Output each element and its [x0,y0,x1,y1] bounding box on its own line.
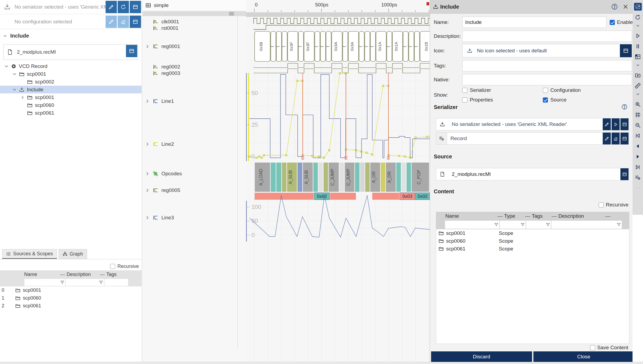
description-filter-input[interactable] [551,221,622,229]
include-section-header[interactable]: Include [3,33,29,39]
show-source-checkbox[interactable] [543,97,548,103]
signal-item-reg0003[interactable]: reg0003 [143,70,246,77]
signal-item-reg0001[interactable]: reg0001 [143,43,246,50]
signal-item-reg0005[interactable]: reg0005 [143,187,246,194]
serializer-row[interactable]: No serializer selected - uses 'Generic X… [436,118,629,130]
column-header[interactable]: Type [504,213,523,219]
help-icon[interactable] [611,3,618,10]
run-serializer-button[interactable] [612,118,620,130]
tab-sources-scopes[interactable]: Sources & Scopes [2,249,57,259]
waveform-panel[interactable]: 0500ps1000ps0x3B(((0x3F(0x3F(((0x3A(0x3A… [246,0,430,362]
grid-crop-button[interactable] [633,111,643,119]
grid-window-button[interactable] [633,53,643,61]
source-file-row[interactable]: 2_modplus.recMl [436,168,629,180]
skip-start-button[interactable] [633,132,643,140]
step-forward-button[interactable] [633,152,643,161]
skip-end-button[interactable] [633,163,643,171]
file-item[interactable]: 2_modplus.recMl [3,44,138,60]
zoom-in-button[interactable] [633,100,643,108]
signal-item-clk0001[interactable]: clk0001 [143,18,246,25]
open-source-window-button[interactable] [620,168,628,180]
chevron-down-icon[interactable] [12,71,17,77]
record-row[interactable]: Record [436,132,629,145]
open-configuration-window-button[interactable] [130,16,141,28]
signal-item-line1[interactable]: Line1 [143,98,246,105]
clear-record-button[interactable] [612,133,620,144]
chevron-right-icon[interactable] [145,141,150,147]
chevron-down-icon[interactable] [12,87,17,92]
chevron-right-icon[interactable] [145,188,150,193]
column-header[interactable]: Tags [106,272,131,277]
recursive-checkbox[interactable] [110,264,115,269]
content-table-row[interactable]: scp0001Scope [436,229,629,237]
tab-graph[interactable]: Graph [59,249,87,259]
table-row[interactable]: 1scp0060 [0,294,142,302]
content-recursive-checkbox[interactable] [599,202,604,208]
native-field[interactable] [462,74,632,85]
pause-button[interactable] [633,42,643,50]
tree-item-scp0002[interactable]: scp0002 [0,78,142,86]
close-icon[interactable] [622,3,629,10]
more-dots[interactable] [633,184,643,192]
edit-configuration-button[interactable] [106,16,117,28]
chevron-right-icon[interactable] [145,215,150,220]
column-header[interactable]: Name [445,213,496,219]
name-filter-input[interactable] [445,221,499,229]
column-header[interactable]: Description [67,272,98,277]
tags-field[interactable] [462,60,632,71]
column-header[interactable]: Name [24,272,59,277]
open-serializer-window-button[interactable] [620,118,628,130]
chevron-right-icon[interactable] [145,99,150,104]
funnel-icon[interactable] [60,280,65,285]
enable-checkbox[interactable] [610,20,615,25]
signal-item-reg0002[interactable]: reg0002 [143,63,246,70]
signal-item-line3[interactable]: Line3 [143,214,246,221]
tree-item-include[interactable]: Include [0,86,142,93]
list-gear-button[interactable] [633,173,643,181]
ruler-button[interactable] [633,82,643,90]
chevron-right-icon[interactable] [145,171,150,176]
icon-selector[interactable]: No icon selected - uses default [462,44,632,57]
tree-item-scp0061[interactable]: scp0061 [0,109,142,117]
signals-hscrollbar[interactable] [143,11,246,16]
refresh-serializer-button[interactable] [118,1,129,13]
play-button[interactable] [633,32,643,40]
open-record-window-button[interactable] [620,133,628,144]
tags-filter-input[interactable] [526,221,551,229]
name-filter-input[interactable] [24,279,65,286]
help-icon[interactable] [621,104,628,110]
show-properties-checkbox[interactable] [462,97,467,103]
tree-item-scp0060[interactable]: scp0060 [0,101,142,109]
clear-configuration-button[interactable] [118,16,129,28]
discard-button[interactable]: Discard [431,351,532,362]
chevron-down-button[interactable] [633,63,643,67]
table-row[interactable]: 0scp0001 [0,286,142,294]
column-header[interactable]: Description [558,213,604,219]
name-field[interactable] [462,17,606,28]
type-filter-input[interactable] [500,221,526,229]
edit-serializer-button[interactable] [106,1,117,13]
open-file-window-button[interactable] [126,45,137,57]
chevron-down-icon[interactable] [4,64,9,69]
chevron-down-button[interactable] [633,92,643,96]
refresh-button[interactable] [633,13,643,21]
tree-item-scp0001[interactable]: scp0001 [0,93,142,101]
zoom-out-button[interactable] [633,121,643,129]
edit-record-button[interactable] [603,133,611,144]
step-back-button[interactable] [633,142,643,150]
chevron-down-button[interactable] [633,24,643,28]
chevron-right-icon[interactable] [145,44,150,49]
chevron-right-icon[interactable] [20,95,25,100]
view-chart-button[interactable] [634,3,642,11]
open-serializer-window-button[interactable] [130,1,141,13]
tags-filter-input[interactable] [104,279,128,286]
show-configuration-checkbox[interactable] [543,88,548,93]
funnel-icon[interactable] [99,280,103,285]
show-serializer-checkbox[interactable] [462,88,467,93]
edit-serializer-button[interactable] [603,118,611,130]
signal-item-line2[interactable]: Line2 [143,141,246,148]
open-icon-window-button[interactable] [620,44,632,57]
table-row[interactable]: 2scp0061 [0,302,142,310]
scrollbar-thumb[interactable] [229,12,234,16]
signal-item-opcodes[interactable]: Opcodes [143,170,246,177]
